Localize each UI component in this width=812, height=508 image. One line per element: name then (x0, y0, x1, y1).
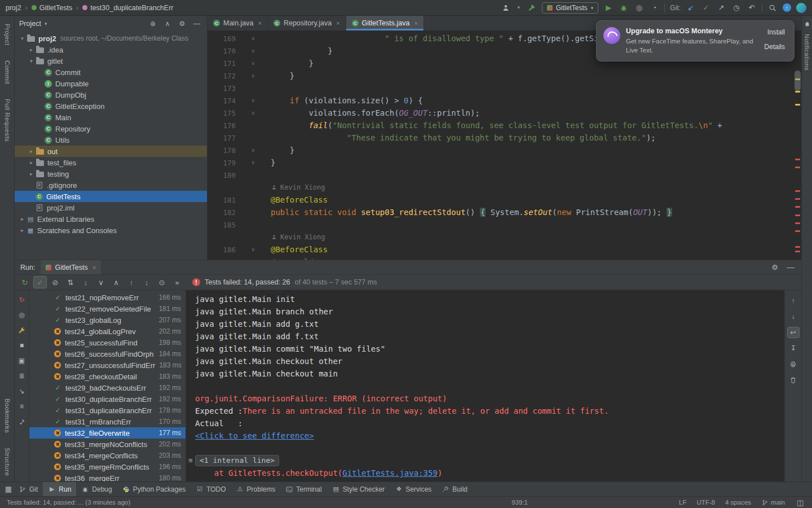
rerun-icon[interactable]: ↻ (18, 276, 32, 288)
git-commit-button[interactable]: ✓ (701, 3, 711, 13)
toolwindow-button-todo[interactable]: ☑TODO (191, 482, 231, 496)
code-line[interactable]: 179∨} (208, 156, 801, 169)
editor-tab[interactable]: CRepository.java× (268, 16, 346, 30)
code-viewport[interactable]: 169∧ " is of disallowed type " + f.getTy… (208, 31, 801, 260)
indent-setting[interactable]: 4 spaces (725, 499, 751, 506)
gear-icon[interactable]: ⚙ (176, 18, 188, 29)
code-line[interactable]: 176 fail("Nontrivial static fields found… (208, 119, 801, 132)
collapse-all-icon[interactable]: ∧ (109, 276, 123, 288)
navigate-icon[interactable]: ⊙ (155, 276, 169, 288)
collapse-all-icon[interactable]: ∧ (162, 18, 173, 29)
show-passed-icon[interactable]: ✓ (33, 276, 47, 288)
tree-item[interactable]: CUtils (15, 134, 207, 146)
test-row[interactable]: test32_fileOverwrite177 ms (29, 427, 186, 439)
tree-item[interactable]: CDumpObj (15, 89, 207, 100)
code-line[interactable]: 174∨ if (violations.size() > 0) { (208, 94, 801, 107)
git-push-button[interactable]: ↗ (716, 3, 726, 13)
git-branch-widget[interactable]: main (761, 499, 785, 506)
tree-item[interactable]: proj2.iml (15, 202, 207, 213)
git-update-button[interactable]: ↙ (686, 3, 696, 13)
chevron-right-icon[interactable]: ▸ (27, 148, 36, 154)
test-row[interactable]: test25_successfulFind198 ms (29, 337, 186, 348)
tree-item[interactable]: CGitletTests (15, 191, 207, 202)
project-view-selector[interactable]: Project ▾ (19, 20, 47, 28)
caret-position[interactable]: 939:1 (511, 499, 528, 506)
code-editor[interactable]: 169∧ " is of disallowed type " + f.getTy… (208, 31, 801, 260)
code-line[interactable]: 186∨@BeforeClass (208, 243, 801, 256)
console-link[interactable]: <Click to see difference> (195, 430, 314, 442)
toolwindow-button-problems[interactable]: ⚠Problems (231, 482, 281, 496)
locate-icon[interactable]: ⊕ (147, 18, 158, 29)
test-row[interactable]: test33_mergeNoConflicts202 ms (29, 439, 186, 450)
settings-wrench-icon[interactable] (16, 325, 28, 336)
test-row[interactable]: test28_checkoutDetail183 ms (29, 371, 186, 382)
pin-icon[interactable] (16, 416, 28, 427)
install-button[interactable]: Install (765, 28, 787, 37)
chevron-right-icon[interactable]: ▸ (27, 160, 36, 165)
tree-item[interactable]: CCommit (15, 67, 207, 78)
breadcrumb-item[interactable]: test30_duplicateBranchErr (82, 4, 173, 12)
window-grid-icon[interactable]: ▦ (3, 484, 14, 494)
code-line[interactable]: 177 "These indicate that you might be tr… (208, 132, 801, 144)
code-line[interactable]: 182public static void setup03_redirectSt… (208, 206, 801, 218)
chevron-right-icon[interactable]: ▸ (27, 47, 36, 52)
run-button[interactable]: ▶ (603, 3, 614, 13)
test-row[interactable]: ✓test21_nopRemoveErr166 ms (29, 292, 186, 303)
chevron-right-icon[interactable]: ▸ (27, 171, 36, 177)
code-line[interactable]: 173 (208, 82, 801, 94)
wrench-icon[interactable] (527, 3, 537, 13)
editor-tab[interactable]: CGitletTests.java× (346, 16, 424, 30)
tool-stripe-structure[interactable]: Structure (4, 448, 11, 476)
chevron-down-icon[interactable]: ▾ (27, 58, 36, 64)
sort-alpha-icon[interactable]: ⇅ (64, 276, 77, 288)
toolwindow-button-run[interactable]: ▶Run (43, 482, 76, 496)
editor-tab[interactable]: CMain.java× (208, 16, 268, 30)
code-line[interactable]: 187/removal/ (208, 256, 801, 260)
arrow-up-icon[interactable]: ↑ (125, 276, 138, 288)
settings-gear-icon[interactable]: ⚙ (770, 262, 780, 273)
chevron-down-icon[interactable]: ▾ (18, 36, 27, 41)
test-row[interactable]: test27_unsuccessfulFindErr183 ms (29, 360, 186, 371)
tree-item[interactable]: IDumpable (15, 78, 207, 89)
history-button[interactable]: ◷ (731, 3, 742, 13)
tool-stripe-bookmarks[interactable]: Bookmarks (4, 398, 11, 433)
history-icon[interactable]: ≡ (16, 401, 28, 412)
tree-item[interactable]: ▸▦Scratches and Consoles (15, 225, 207, 236)
scroll-down-icon[interactable]: ↓ (787, 311, 800, 322)
breadcrumb-item[interactable]: GitletTests (32, 4, 72, 12)
test-row[interactable]: ✓test23_globalLog207 ms (29, 314, 186, 326)
tree-item[interactable]: ▾proj2sources root, ~/Documents/Berkeley… (15, 33, 207, 44)
dump-icon[interactable]: ≣ (16, 370, 28, 382)
hide-panel-icon[interactable]: — (785, 262, 796, 273)
tree-item[interactable]: ▸▤External Libraries (15, 213, 207, 225)
tool-stripe-notifications[interactable]: Notifications (804, 34, 810, 71)
print-icon[interactable] (787, 358, 800, 370)
close-tab-icon[interactable]: × (336, 20, 339, 27)
code-line[interactable]: 175∨ violations.forEach(OG_OUT::println)… (208, 107, 801, 119)
coverage-button[interactable]: ◎ (634, 3, 644, 13)
toolwindow-button-build[interactable]: Build (436, 482, 473, 496)
test-row[interactable]: ✓test31_duplicateBranchErr178 ms (29, 405, 186, 416)
test-row[interactable]: ✓test22_removeDeletedFile181 ms (29, 303, 186, 314)
avatar[interactable] (796, 3, 806, 13)
toolwindow-button-services[interactable]: ❖Services (390, 482, 436, 496)
code-line[interactable]: 180 (208, 169, 801, 181)
tree-item[interactable]: CGitletException (15, 100, 207, 112)
stop-icon[interactable]: ■ (16, 340, 28, 351)
more-icon[interactable]: » (170, 276, 184, 288)
toolwindow-button-git[interactable]: Git (14, 482, 43, 496)
line-separator[interactable]: LF (679, 499, 686, 506)
toolwindow-button-terminal[interactable]: Terminal (280, 482, 326, 496)
test-row[interactable]: test26_successfulFindOrph184 ms (29, 348, 186, 360)
test-row[interactable]: test24_globalLogPrev202 ms (29, 326, 186, 337)
tool-stripe-project[interactable]: Project (4, 24, 11, 46)
search-everywhere-icon[interactable] (767, 3, 778, 13)
test-row[interactable]: test35_mergeRmConflicts196 ms (29, 461, 186, 472)
code-line[interactable]: 178∧ } (208, 144, 801, 156)
details-button[interactable]: Details (762, 42, 787, 51)
tree-item[interactable]: ▸.idea (15, 44, 207, 55)
minimize-icon[interactable]: — (191, 18, 202, 29)
rollback-button[interactable]: ↶ (747, 3, 757, 13)
fold-icon[interactable]: ⊞ (186, 454, 195, 467)
status-message[interactable]: Tests failed: 14, passed: ... (3 minutes… (7, 499, 130, 506)
